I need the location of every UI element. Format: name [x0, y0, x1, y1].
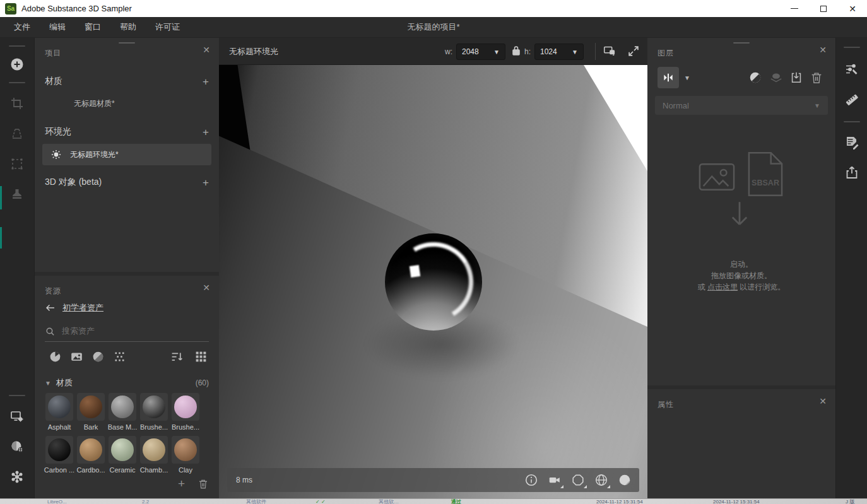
add-material-button[interactable]: + [203, 76, 209, 87]
environment-item-selected[interactable]: 无标题环境光* [42, 144, 211, 165]
sun-icon [50, 148, 62, 161]
contrast-adjustment-icon[interactable] [748, 71, 762, 85]
menu-file[interactable]: 文件 [14, 21, 30, 33]
material-ball [48, 438, 71, 461]
grid-view-icon[interactable] [194, 350, 208, 363]
material-filter-icon[interactable] [49, 350, 62, 363]
ruler-icon[interactable] [844, 92, 859, 107]
environment-section-row: 环境光 + [45, 125, 209, 139]
material-name: Ceramic [106, 466, 139, 474]
minimize-button[interactable] [780, 0, 809, 17]
assets-close-button[interactable]: ✕ [203, 283, 210, 292]
menubar: 文件 编辑 窗口 帮助 许可证 无标题的项目* [0, 17, 867, 38]
delete-layer-icon[interactable] [810, 71, 823, 85]
close-button[interactable]: ✕ [838, 0, 867, 17]
compare-blend-button[interactable] [658, 67, 679, 88]
material-thumb[interactable] [140, 436, 168, 464]
add-environment-button[interactable]: + [203, 127, 209, 138]
material-item[interactable]: 无标题材质* [74, 98, 115, 109]
blend-mode-select[interactable]: Normal ▼ [655, 96, 828, 115]
info-icon[interactable] [524, 473, 538, 487]
height-value: 1024 [540, 47, 557, 56]
send-to-display-icon[interactable] [603, 44, 616, 58]
desktop-pass-cell: 通过 [451, 499, 461, 504]
shader-filter-icon[interactable] [91, 350, 105, 363]
lock-icon[interactable] [512, 45, 521, 56]
layer-dropzone[interactable]: SBSAR 启动。 拖放图像或材质。 或 点击这里 以进行浏览。 [647, 126, 835, 290]
annotate-icon[interactable] [844, 135, 859, 150]
materials-category-label: 材质 [56, 378, 73, 387]
properties-close-button[interactable]: ✕ [819, 397, 827, 406]
sort-icon[interactable] [170, 350, 184, 363]
rail-divider [9, 45, 25, 47]
add-asset-button[interactable]: + [178, 478, 185, 489]
environment-item-label: 无标题环境光* [70, 149, 119, 160]
chrome-sphere[interactable] [385, 233, 482, 331]
desktop-text-fragment: LibreO... [47, 499, 67, 504]
materials-count: (60) [196, 378, 209, 387]
width-select[interactable]: 2048 ▼ [456, 44, 505, 60]
browse-link[interactable]: 点击这里 [707, 283, 738, 291]
material-thumb[interactable] [77, 393, 105, 421]
projects-close-button[interactable]: ✕ [203, 45, 210, 54]
clone-stamp-icon[interactable] [9, 187, 25, 202]
menu-window[interactable]: 窗口 [85, 21, 101, 33]
sbsar-file-icon: SBSAR [748, 151, 783, 197]
panel-drag-handle[interactable] [733, 42, 750, 44]
display-settings-icon[interactable] [9, 409, 25, 424]
pinned-parameters-icon[interactable] [844, 62, 859, 77]
menu-help[interactable]: 帮助 [120, 21, 136, 33]
viewer-settings-icon[interactable] [9, 439, 25, 454]
material-thumb[interactable] [109, 436, 136, 464]
asset-search-input[interactable]: 搜索资产 [45, 324, 209, 339]
material-thumb[interactable] [45, 436, 73, 464]
material-thumb[interactable] [140, 393, 168, 421]
maximize-button[interactable] [809, 0, 838, 17]
width-value: 2048 [462, 47, 479, 56]
dropzone-hint-line3: 或 点击这里 以进行浏览。 [647, 281, 835, 293]
share-export-icon[interactable] [844, 165, 859, 180]
objects-section-row: 3D 对象 (beta) + [45, 175, 209, 189]
maximize-icon [820, 6, 827, 12]
transform-icon[interactable] [9, 156, 25, 172]
import-layer-icon[interactable] [789, 71, 803, 85]
chevron-down-icon[interactable]: ▼ [684, 74, 690, 81]
height-select[interactable]: 1024 ▼ [534, 44, 584, 60]
back-arrow-icon[interactable] [45, 302, 56, 314]
svg-text:SBSAR: SBSAR [752, 179, 779, 187]
desktop-text-fragment: 其他软件 [246, 499, 266, 504]
add-object-button[interactable]: + [203, 177, 209, 188]
add-circle-icon[interactable] [9, 57, 25, 72]
assets-panel: 资源 ✕ 初学者资产 搜索资产 [35, 276, 219, 498]
expand-icon[interactable] [627, 44, 640, 58]
desktop-date: 2024-11-12 15:31:54 [713, 499, 760, 504]
viewport-3d-scene[interactable]: 8 ms [219, 65, 647, 498]
menu-license[interactable]: 许可证 [155, 21, 180, 33]
layers-close-button[interactable]: ✕ [819, 45, 827, 54]
materials-category-row[interactable]: ▼材质 (60) [45, 377, 209, 389]
pattern-filter-icon[interactable] [113, 350, 126, 363]
menu-edit[interactable]: 编辑 [49, 21, 66, 33]
globe-icon[interactable] [594, 473, 608, 487]
material-thumb[interactable] [77, 436, 105, 464]
perspective-icon[interactable] [9, 126, 25, 141]
starter-assets-link[interactable]: 初学者资产 [62, 302, 103, 314]
delete-asset-icon[interactable] [198, 478, 209, 489]
material-thumb[interactable] [109, 393, 136, 421]
titlebar: Sa Adobe Substance 3D Sampler ✕ [0, 0, 867, 17]
assets-panel-title: 资源 [45, 286, 61, 296]
layer-effects-icon[interactable] [769, 71, 783, 85]
material-ball-icon[interactable] [618, 473, 632, 487]
dropzone-hint-line2: 拖放图像或材质。 [647, 270, 835, 281]
node-graph-icon[interactable] [9, 469, 25, 484]
crop-icon[interactable] [9, 96, 25, 111]
material-name: Asphalt [43, 423, 76, 431]
material-thumb[interactable] [172, 393, 199, 421]
material-thumb[interactable] [45, 393, 73, 421]
material-thumb[interactable] [172, 436, 199, 464]
image-filter-icon[interactable] [70, 350, 83, 363]
environment-octagon-icon[interactable] [571, 473, 585, 487]
panel-drag-handle[interactable] [119, 42, 135, 44]
material-name: Base M... [106, 423, 139, 431]
camera-icon[interactable] [548, 473, 562, 487]
